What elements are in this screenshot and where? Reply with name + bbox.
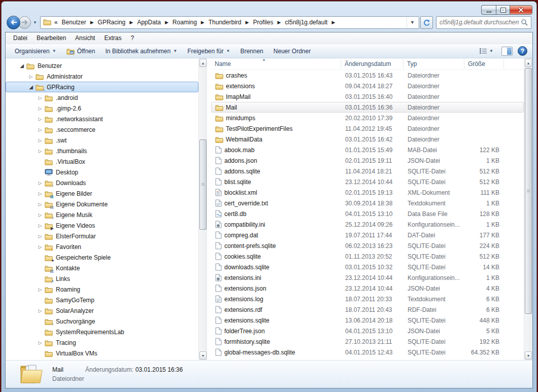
table-row[interactable]: cert8.db04.01.2015 13:10Data Base File12… [211, 208, 524, 219]
sidebar-item-roaming[interactable]: ▷Roaming [6, 284, 198, 295]
table-row[interactable]: crashes03.01.2015 16:43Dateiordner [211, 70, 524, 81]
sidebar-item-administrator[interactable]: ▷Administrator [6, 71, 198, 82]
breadcrumb-chevron-icon[interactable]: ▶ [163, 20, 171, 25]
sidebar-item-eigene-dokumente[interactable]: ▷▤Eigene Dokumente [6, 199, 198, 209]
table-row[interactable]: extensions.log18.07.2011 20:33Textdokume… [211, 294, 524, 304]
organisieren-button[interactable]: Organisieren▼ [10, 46, 61, 57]
ffnen-button[interactable]: Öffnen [61, 46, 100, 57]
sidebar-item-networkassistant[interactable]: ▷.networkassistant [6, 114, 198, 124]
table-row[interactable]: downloads.sqlite03.01.2015 10:32SQLITE-D… [211, 262, 524, 272]
change-view-button[interactable]: ▼ [476, 46, 496, 56]
expand-arrow-icon[interactable]: ▷ [37, 234, 44, 239]
title-bar[interactable] [2, 2, 536, 15]
expand-arrow-icon[interactable]: ▷ [37, 212, 44, 218]
breadcrumb-chevron-icon[interactable]: ▶ [329, 20, 337, 25]
table-row[interactable]: TestPilotExperimentFiles11.04.2012 19:45… [211, 123, 524, 134]
table-row[interactable]: folderTree.json04.01.2015 13:10JSON-Date… [211, 326, 524, 336]
collapse-arrow-icon[interactable]: ◢ [18, 63, 25, 68]
table-row[interactable]: formhistory.sqlite27.10.2013 21:11SQLITE… [211, 336, 524, 347]
table-row[interactable]: blocklist.xml02.01.2015 19:13XML-Dokumen… [211, 187, 524, 198]
menu-item-extras[interactable]: Extras [99, 33, 126, 43]
breadcrumb-segment-thunderbird[interactable]: Thunderbird▶ [207, 18, 251, 27]
expand-arrow-icon[interactable]: ▷ [37, 191, 44, 196]
menu-item-bearbeiten[interactable]: Bearbeiten [32, 33, 71, 43]
search-input[interactable] [440, 19, 521, 26]
sidebar-item-virtualbox[interactable]: .VirtualBox [6, 156, 198, 167]
table-row[interactable]: cert_override.txt30.09.2014 18:38Textdok… [211, 198, 524, 208]
breadcrumb-chevron-icon[interactable]: ▶ [275, 20, 283, 25]
sidebar-item-gpracing[interactable]: ◢▪GPRacing [6, 82, 198, 92]
breadcrumb-chevron-icon[interactable]: ▶ [88, 20, 96, 25]
table-row[interactable]: Mail03.01.2015 16:36Dateiordner [211, 102, 524, 113]
breadcrumb-segment-roaming[interactable]: Roaming▶ [171, 18, 207, 27]
breadcrumb-segment-appdata[interactable]: AppData▶ [135, 18, 171, 27]
sidebar-item-gespeicherte-spiele[interactable]: ♠Gespeicherte Spiele [6, 252, 198, 263]
minimize-button[interactable] [481, 5, 496, 15]
table-row[interactable]: extensions.json23.12.2014 10:44JSON-Date… [211, 283, 524, 294]
table-row[interactable]: addons.json02.01.2015 19:11JSON-Datei1 K… [211, 155, 524, 166]
table-row[interactable]: content-prefs.sqlite06.02.2013 16:23SQLI… [211, 240, 524, 251]
table-row[interactable]: ImapMail03.01.2015 16:40Dateiordner [211, 91, 524, 102]
table-row[interactable]: extensions.sqlite13.06.2014 20:18SQLITE-… [211, 315, 524, 326]
breadcrumb-segment-profiles[interactable]: Profiles▶ [251, 18, 283, 27]
preview-pane-button[interactable] [501, 47, 513, 56]
tree-scrollbar[interactable]: ▲ ▼ [198, 58, 207, 360]
expand-arrow-icon[interactable]: ▷ [27, 74, 35, 79]
expand-arrow-icon[interactable]: ▷ [37, 138, 44, 143]
freigeben-f-r-button[interactable]: Freigeben für▼ [182, 46, 235, 57]
table-row[interactable]: WebmailData03.01.2015 16:42Dateiordner [211, 134, 524, 145]
table-row[interactable]: extensions.rdf18.07.2011 20:43RDF-Datei6… [211, 304, 524, 315]
sidebar-item-elsterformular[interactable]: ▷ElsterFormular [6, 231, 198, 241]
sidebar-item-links[interactable]: ↗Links [6, 273, 198, 284]
column-header-size[interactable]: Größe [464, 58, 504, 69]
tree-scroll-down-icon[interactable]: ▼ [199, 351, 207, 360]
in-bibliothek-aufnehmen-button[interactable]: In Bibliothek aufnehmen▼ [100, 46, 182, 57]
sidebar-item-favoriten[interactable]: ▷★Favoriten [6, 241, 198, 252]
table-row[interactable]: compreg.dat19.07.2011 17:44DAT-Datei177 … [211, 230, 524, 240]
expand-arrow-icon[interactable]: ▷ [37, 340, 44, 345]
expand-arrow-icon[interactable]: ▷ [37, 287, 44, 292]
neuer-ordner-button[interactable]: Neuer Ordner [268, 46, 316, 57]
address-bar[interactable]: « Benutzer▶GPRacing▶AppData▶Roaming▶Thun… [40, 16, 419, 29]
breadcrumb-overflow-chevron[interactable]: « [54, 19, 58, 26]
sidebar-item-downloads[interactable]: ▷↓Downloads [6, 177, 198, 188]
expand-arrow-icon[interactable]: ▷ [37, 106, 44, 111]
menu-item-ansicht[interactable]: Ansicht [71, 33, 99, 43]
breadcrumb-segment-benutzer[interactable]: Benutzer▶ [60, 18, 96, 27]
tree-scrollbar-thumb[interactable] [199, 139, 207, 230]
sidebar-item-eigene-bilder[interactable]: ▷▦Eigene Bilder [6, 188, 198, 199]
table-row[interactable]: blist.sqlite23.12.2014 10:44SQLITE-Datei… [211, 176, 524, 187]
table-row[interactable]: compatibility.ini25.12.2014 09:26Konfigu… [211, 219, 524, 230]
menu-item-[interactable]: ? [126, 33, 139, 43]
breadcrumb-chevron-icon[interactable]: ▶ [199, 20, 207, 25]
list-scrollbar[interactable]: ▲ ▼ [524, 58, 532, 360]
breadcrumb-segment-cl5n8j1g-default[interactable]: cl5n8j1g.default▶ [283, 18, 337, 27]
collapse-arrow-icon[interactable]: ◢ [27, 84, 35, 90]
sidebar-item-eigene-musik[interactable]: ▷♪Eigene Musik [6, 209, 198, 220]
search-box[interactable] [436, 16, 531, 29]
close-button[interactable] [510, 5, 532, 15]
help-button[interactable]: ? [518, 46, 527, 56]
sidebar-item-android[interactable]: ▷.android [6, 92, 198, 103]
expand-arrow-icon[interactable]: ▷ [37, 308, 44, 313]
sidebar-item-swt[interactable]: ▷.swt [6, 135, 198, 146]
sidebar-item-seccommerce[interactable]: ▷.seccommerce [6, 124, 198, 135]
sidebar-item-benutzer[interactable]: ◢Benutzer [6, 60, 198, 71]
table-row[interactable]: addons.sqlite11.04.2014 18:21SQLITE-Date… [211, 166, 524, 176]
sidebar-item-tracing[interactable]: ▷Tracing [6, 337, 198, 348]
breadcrumb-segment-gpracing[interactable]: GPRacing▶ [96, 18, 136, 27]
refresh-button[interactable] [420, 16, 433, 29]
maximize-button[interactable] [496, 5, 510, 15]
expand-arrow-icon[interactable]: ▷ [37, 223, 44, 228]
expand-arrow-icon[interactable]: ▷ [37, 95, 44, 100]
table-row[interactable]: global-messages-db.sqlite04.01.2015 12:4… [211, 347, 524, 358]
expand-arrow-icon[interactable]: ▷ [37, 149, 44, 154]
table-row[interactable]: extensions.ini23.12.2014 10:44Konfigurat… [211, 272, 524, 283]
sidebar-item-samygotemp[interactable]: SamyGoTemp [6, 295, 198, 305]
sidebar-item-systemrequirementslab[interactable]: SystemRequirementsLab [6, 327, 198, 337]
recent-pages-dropdown[interactable]: ▼ [33, 20, 37, 25]
column-header-date[interactable]: Änderungsdatum [341, 58, 404, 69]
sidebar-item-suchvorg-nge[interactable]: ○Suchvorgänge [6, 316, 198, 327]
sidebar-item-gimp-2-6[interactable]: ▷.gimp-2.6 [6, 103, 198, 114]
sidebar-item-eigene-videos[interactable]: ▷▶Eigene Videos [6, 220, 198, 231]
